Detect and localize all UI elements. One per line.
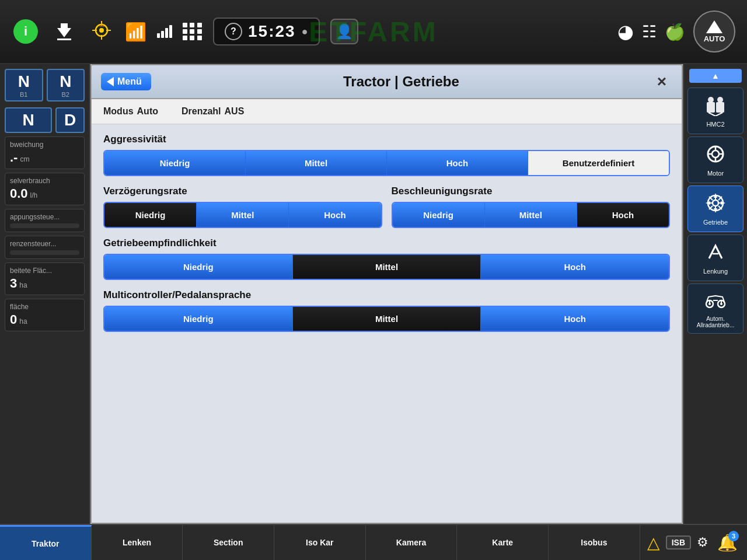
tab-karte[interactable]: Karte <box>457 525 549 560</box>
gear-b2-sub: B2 <box>50 91 82 98</box>
flaeche1-section: beitete Fläc... 3 ha <box>5 262 85 295</box>
getriebe-empf-options: Niedrig Mittel Hoch <box>103 254 670 280</box>
signal-bars <box>157 25 172 38</box>
modus-value: Auto <box>137 106 158 117</box>
grenzen-section: renzensteuer... <box>5 236 85 259</box>
beschl-hoch[interactable]: Hoch <box>577 203 669 227</box>
hmc2-icon <box>704 94 727 118</box>
abweichung-unit: cm <box>20 155 29 163</box>
right-sidebar: ▲ HMC2 <box>683 64 747 524</box>
settings-slash-icon: ⚙ <box>697 535 708 550</box>
drenzahl-display: Drenzahl AUS <box>181 106 244 117</box>
isb-icon: ISB <box>666 536 691 550</box>
aggressivitaet-label: Aggressivität <box>103 134 670 145</box>
field-icon2: 🍏 <box>665 22 685 41</box>
getriebe-niedrig[interactable]: Niedrig <box>104 255 293 279</box>
speedometer-icon: ◕ <box>617 20 634 43</box>
lenkung-icon <box>704 241 727 265</box>
satellite-group: ⚠ <box>89 18 114 46</box>
menu-button[interactable]: Menü <box>101 73 151 90</box>
motor-icon <box>704 143 727 167</box>
svg-rect-10 <box>716 102 724 113</box>
help-circle[interactable]: ? <box>225 23 242 40</box>
tab-kamera[interactable]: Kamera <box>366 525 458 560</box>
aggr-niedrig[interactable]: Niedrig <box>104 151 246 175</box>
gear-d: D <box>55 107 85 133</box>
multi-niedrig[interactable]: Niedrig <box>104 307 293 331</box>
download-icon <box>50 18 78 46</box>
camera-icon: ● <box>302 26 308 38</box>
auto-button[interactable]: AUTO <box>693 10 735 52</box>
svg-text:⚠: ⚠ <box>99 22 104 28</box>
gear-b2-label: N <box>50 72 82 91</box>
drenzahl-label: Drenzahl <box>181 106 221 117</box>
gear-n: N <box>5 107 52 133</box>
nav-allrad[interactable]: Autom. Allradantrieb... <box>687 284 743 334</box>
wifi-icon: 📶 <box>125 22 146 42</box>
svg-point-14 <box>712 150 719 158</box>
close-button[interactable]: × <box>651 71 672 92</box>
getriebe-icon <box>704 192 727 216</box>
beschleunigung-options: Niedrig Mittel Hoch <box>392 202 671 228</box>
getriebe-hoch[interactable]: Hoch <box>481 255 669 279</box>
modus-display: Modus Auto <box>103 106 158 117</box>
multi-hoch[interactable]: Hoch <box>481 307 669 331</box>
getriebe-empf-group: Getriebeempfindlichkeit Niedrig Mittel H… <box>103 237 670 280</box>
tab-traktor[interactable]: Traktor <box>0 525 92 560</box>
tab-isokar[interactable]: Iso Kar <box>274 525 366 560</box>
bottom-tabs: Traktor Lenken Section Iso Kar Kamera Ka… <box>0 524 747 560</box>
verbrauch-value: 0.0 <box>10 186 28 201</box>
nav-motor[interactable]: Motor <box>687 136 743 183</box>
hmc2-label: HMC2 <box>706 121 724 128</box>
nav-hmc2[interactable]: HMC2 <box>687 88 743 134</box>
logo: ETFARM <box>309 16 438 48</box>
svg-rect-1 <box>57 38 71 40</box>
warning-icon: △ <box>647 533 660 552</box>
tab-isobus[interactable]: Isobus <box>549 525 640 560</box>
dialog-header: Menü Tractor | Getriebe × <box>92 65 682 99</box>
verzoegerung-label: Verzögerungsrate <box>103 186 382 197</box>
verbrauch-unit: l/h <box>30 191 38 200</box>
getriebe-empf-label: Getriebeempfindlichkeit <box>103 237 670 249</box>
gear-b1: N B1 <box>5 69 43 102</box>
allrad-icon <box>704 289 727 313</box>
appung-section: appungssteue... <box>5 209 85 232</box>
verz-niedrig[interactable]: Niedrig <box>104 203 197 227</box>
info-button[interactable]: i <box>12 18 40 46</box>
apps-grid-icon[interactable] <box>183 23 203 40</box>
svg-point-11 <box>708 97 714 103</box>
gear-b1-label: N <box>8 72 40 91</box>
svg-rect-9 <box>707 102 715 113</box>
clock: 15:23 <box>248 22 296 41</box>
aggr-hoch[interactable]: Hoch <box>387 151 528 175</box>
motor-label: Motor <box>707 170 724 177</box>
aggressivitaet-group: Aggressivität Niedrig Mittel Hoch Benutz… <box>103 134 670 176</box>
verz-hoch[interactable]: Hoch <box>289 203 381 227</box>
verzoegerung-group: Verzögerungsrate Niedrig Mittel Hoch <box>103 186 382 228</box>
nav-lenkung[interactable]: Lenkung <box>687 235 743 281</box>
tab-lenken[interactable]: Lenken <box>92 525 183 560</box>
aggr-benutzerdefiniert[interactable]: Benutzerdefiniert <box>528 151 669 175</box>
beschl-niedrig[interactable]: Niedrig <box>393 203 485 227</box>
multi-mittel[interactable]: Mittel <box>293 307 481 331</box>
notification-badge: 3 <box>728 531 739 541</box>
satellite-icon: ⚠ <box>89 18 114 46</box>
abweichung-value: .- <box>10 150 18 165</box>
verz-mittel[interactable]: Mittel <box>197 203 289 227</box>
aggr-mittel[interactable]: Mittel <box>246 151 387 175</box>
nav-triangle-icon <box>706 20 722 33</box>
grenzen-title: renzensteuer... <box>10 240 79 248</box>
getriebe-mittel[interactable]: Mittel <box>293 255 481 279</box>
notification-button[interactable]: 🔔 3 <box>714 530 740 555</box>
beschl-mittel[interactable]: Mittel <box>485 203 577 227</box>
modus-bar: Modus Auto Drenzahl AUS <box>92 99 682 124</box>
main-area: N B1 N B2 N D bweichung .- cm s <box>0 64 747 524</box>
scroll-up-button[interactable]: ▲ <box>689 69 742 83</box>
flaeche2-section: fläche 0 ha <box>5 299 85 331</box>
nav-getriebe[interactable]: Getriebe <box>687 186 743 232</box>
lenkung-label: Lenkung <box>703 268 728 275</box>
modus-label: Modus <box>103 106 134 117</box>
tab-section[interactable]: Section <box>183 525 274 560</box>
info-icon: i <box>13 19 38 44</box>
abweichung-section: bweichung .- cm <box>5 136 85 169</box>
